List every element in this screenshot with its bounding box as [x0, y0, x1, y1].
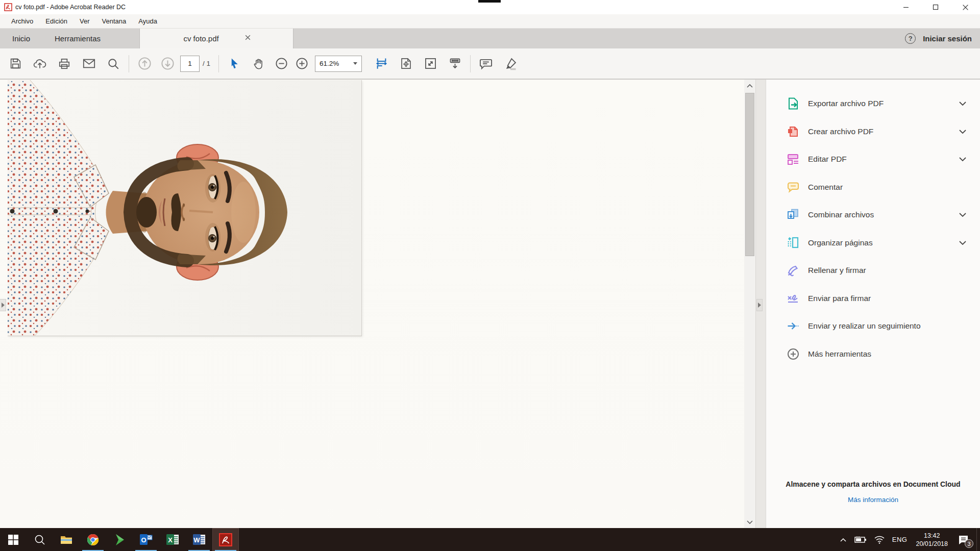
panel-item-label: Exportar archivo PDF: [808, 99, 884, 108]
windows-logo-icon: [8, 534, 19, 545]
panel-item-enviar-para-firmar[interactable]: Enviar para firmar: [766, 285, 980, 313]
file-explorer-button[interactable]: [53, 528, 80, 551]
green-arrow-app-button[interactable]: [106, 528, 133, 551]
menubar: Archivo Edición Ver Ventana Ayuda: [0, 14, 980, 29]
chevron-down-icon[interactable]: [958, 127, 968, 137]
minimize-button[interactable]: [891, 0, 921, 14]
export-pdf-icon: [787, 97, 800, 110]
menu-edicion[interactable]: Edición: [39, 14, 74, 28]
acrobat-app-icon: [4, 3, 12, 11]
scrollbar-thumb[interactable]: [745, 93, 754, 256]
vertical-scrollbar[interactable]: [744, 80, 755, 529]
battery-status[interactable]: [851, 528, 870, 551]
zoom-out-button[interactable]: [271, 53, 291, 75]
action-center-button[interactable]: 3: [953, 528, 976, 551]
email-button[interactable]: [77, 53, 101, 75]
read-mode-icon: [448, 57, 462, 70]
hand-tool-button[interactable]: [247, 53, 271, 75]
right-pane-toggle[interactable]: [756, 299, 763, 311]
read-mode-button[interactable]: [443, 53, 467, 75]
zoom-level-dropdown[interactable]: 61.2%: [315, 56, 362, 72]
panel-item-organizar-paginas[interactable]: Organizar páginas: [766, 229, 980, 257]
chevron-down-icon[interactable]: [958, 238, 968, 248]
comment-tool-button[interactable]: [474, 53, 498, 75]
panel-item-label: Crear archivo PDF: [808, 127, 873, 136]
window-title: cv foto.pdf - Adobe Acrobat Reader DC: [15, 4, 126, 11]
chevron-right-icon: [758, 303, 761, 308]
zoom-in-button[interactable]: [291, 53, 312, 75]
zoom-in-icon: [295, 57, 309, 70]
panel-item-rellenar-y-firmar[interactable]: Rellenar y firmar: [766, 257, 980, 285]
previous-page-button[interactable]: [132, 53, 157, 75]
scroll-down-button[interactable]: [744, 517, 755, 528]
highlight-tool-button[interactable]: [498, 53, 523, 75]
menu-archivo[interactable]: Archivo: [5, 14, 39, 28]
help-button[interactable]: ?: [905, 33, 916, 44]
left-pane-toggle[interactable]: [0, 299, 6, 311]
sign-in-button[interactable]: Iniciar sesión: [923, 34, 972, 43]
panel-item-enviar-seguimiento[interactable]: Enviar y realizar un seguimiento: [766, 312, 980, 340]
panel-item-crear-pdf[interactable]: Crear archivo PDF: [766, 118, 980, 146]
upload-cloud-button[interactable]: [28, 53, 52, 75]
outlook-icon: O: [139, 533, 153, 546]
taskbar-search-button[interactable]: [27, 528, 53, 551]
scroll-up-button[interactable]: [744, 81, 755, 91]
taskbar: O X W: [0, 528, 980, 551]
tools-panel: Exportar archivo PDF Crear archivo PDF: [766, 80, 980, 529]
select-tool-button[interactable]: [222, 53, 247, 75]
panel-item-comentar[interactable]: Comentar: [766, 173, 980, 202]
panel-item-mas-herramientas[interactable]: Más herramientas: [766, 340, 980, 368]
tab-close-button[interactable]: [244, 34, 251, 41]
tray-expand-button[interactable]: [836, 528, 851, 551]
panel-item-editar-pdf[interactable]: Editar PDF: [766, 145, 980, 173]
chrome-button[interactable]: [80, 528, 106, 551]
chevron-down-icon[interactable]: [958, 210, 968, 220]
actual-size-icon: [424, 57, 437, 70]
print-button[interactable]: [52, 53, 77, 75]
content-area: Exportar archivo PDF Crear archivo PDF: [0, 79, 980, 528]
tab-document[interactable]: cv foto.pdf: [139, 29, 293, 48]
menu-ventana[interactable]: Ventana: [96, 14, 133, 28]
rotated-portrait: [8, 80, 362, 336]
toolbar-divider: [218, 55, 219, 72]
tab-inicio[interactable]: Inicio: [0, 29, 42, 48]
chevron-down-icon[interactable]: [958, 154, 968, 164]
menu-ayuda[interactable]: Ayuda: [132, 14, 163, 28]
maximize-button[interactable]: [921, 0, 950, 14]
close-button[interactable]: [950, 0, 980, 14]
page-number-input[interactable]: [180, 56, 200, 72]
excel-button[interactable]: X: [159, 528, 186, 551]
tab-herramientas[interactable]: Herramientas: [42, 29, 113, 48]
acrobat-reader-button[interactable]: [212, 528, 239, 551]
save-button[interactable]: [3, 53, 28, 75]
fit-page-button[interactable]: [394, 53, 418, 75]
chevron-down-icon[interactable]: [958, 98, 968, 109]
panel-item-label: Enviar para firmar: [808, 294, 871, 303]
panel-item-combinar-archivos[interactable]: Combinar archivos: [766, 201, 980, 229]
tab-close-icon: [244, 34, 251, 41]
maximize-icon: [933, 4, 939, 10]
tab-herramientas-label: Herramientas: [55, 34, 101, 43]
email-icon: [82, 57, 96, 70]
scrolling-mode-button[interactable]: [369, 53, 394, 75]
document-viewport[interactable]: [0, 80, 744, 529]
panel-item-label: Editar PDF: [808, 155, 847, 164]
clock[interactable]: 13:42 20/01/2018: [911, 532, 953, 548]
chevron-right-icon: [2, 303, 5, 308]
more-info-link[interactable]: Más información: [848, 496, 898, 504]
word-button[interactable]: W: [186, 528, 212, 551]
tray-date: 20/01/2018: [916, 540, 948, 548]
outlook-button[interactable]: O: [133, 528, 159, 551]
menu-ver[interactable]: Ver: [74, 14, 96, 28]
next-page-button[interactable]: [157, 53, 178, 75]
language-indicator[interactable]: ENG: [889, 528, 911, 551]
toolbar-divider: [470, 55, 471, 72]
show-desktop-button[interactable]: [976, 528, 980, 551]
start-button[interactable]: [0, 528, 27, 551]
help-glyph: ?: [909, 35, 913, 42]
find-button[interactable]: [101, 53, 126, 75]
page-total-label: / 1: [203, 60, 210, 67]
wifi-status[interactable]: [870, 528, 889, 551]
actual-size-button[interactable]: [418, 53, 443, 75]
panel-item-exportar-pdf[interactable]: Exportar archivo PDF: [766, 90, 980, 118]
